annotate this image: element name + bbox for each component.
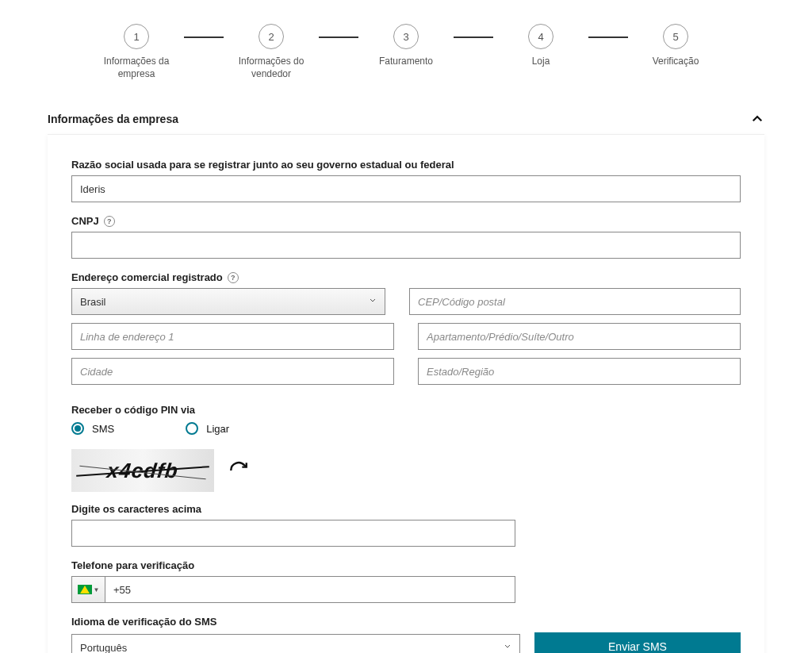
radio-icon <box>71 422 84 435</box>
step-label: Verificação <box>653 56 699 68</box>
field-captcha-input: Digite os caracteres acima <box>71 503 741 547</box>
cep-input[interactable] <box>409 288 741 315</box>
captcha-input[interactable] <box>71 520 515 547</box>
address-line1-input[interactable] <box>71 323 394 350</box>
step-label: Loja <box>532 56 550 68</box>
flag-brazil-icon <box>78 585 92 594</box>
company-form: Razão social usada para se registrar jun… <box>48 134 764 653</box>
chevron-up-icon <box>750 112 764 126</box>
radio-ligar-label: Ligar <box>206 423 229 435</box>
field-razao-social: Razão social usada para se registrar jun… <box>71 159 741 202</box>
radio-ligar[interactable]: Ligar <box>186 422 229 435</box>
field-sms-language: Idioma de verificação do SMS Português E… <box>71 616 741 653</box>
step-label: Faturamento <box>379 56 433 68</box>
pin-label: Receber o código PIN via <box>71 404 741 416</box>
step-1[interactable]: 1 Informações da empresa <box>89 24 184 80</box>
city-input[interactable] <box>71 358 394 385</box>
help-icon[interactable]: ? <box>228 272 239 283</box>
field-cnpj: CNPJ ? <box>71 215 741 259</box>
step-circle: 5 <box>663 24 688 49</box>
step-divider <box>319 36 358 38</box>
razao-input[interactable] <box>71 175 741 202</box>
refresh-icon[interactable] <box>228 460 249 481</box>
step-circle: 1 <box>124 24 149 49</box>
country-select[interactable]: Brasil <box>71 288 385 315</box>
step-label: Informações do vendedor <box>232 56 311 80</box>
step-3[interactable]: 3 Faturamento <box>358 24 454 68</box>
endereco-label: Endereço comercial registrado <box>71 271 223 283</box>
phone-input[interactable] <box>105 576 515 603</box>
progress-steps: 1 Informações da empresa 2 Informações d… <box>32 24 780 80</box>
section-title: Informações da empresa <box>48 113 178 125</box>
help-icon[interactable]: ? <box>104 216 115 227</box>
state-input[interactable] <box>418 358 741 385</box>
captcha-input-label: Digite os caracteres acima <box>71 503 741 515</box>
step-divider <box>454 36 493 38</box>
cnpj-label: CNPJ <box>71 215 99 227</box>
razao-label: Razão social usada para se registrar jun… <box>71 159 741 171</box>
radio-sms-label: SMS <box>92 423 114 435</box>
sms-lang-label: Idioma de verificação do SMS <box>71 616 741 628</box>
phone-label: Telefone para verificação <box>71 559 741 571</box>
sms-lang-select[interactable]: Português <box>71 634 520 653</box>
step-divider <box>184 36 224 38</box>
step-5[interactable]: 5 Verificação <box>628 24 723 68</box>
radio-sms[interactable]: SMS <box>71 422 114 435</box>
field-endereco: Endereço comercial registrado ? Brasil <box>71 271 741 385</box>
step-4[interactable]: 4 Loja <box>493 24 588 68</box>
step-circle: 4 <box>528 24 553 49</box>
step-circle: 2 <box>259 24 284 49</box>
step-label: Informações da empresa <box>97 56 176 80</box>
send-sms-button[interactable]: Enviar SMS <box>534 632 741 653</box>
chevron-down-icon: ▼ <box>94 586 100 593</box>
captcha-image: x4cdfb <box>71 449 214 492</box>
captcha-row: x4cdfb <box>71 449 515 492</box>
country-code-selector[interactable]: ▼ <box>71 576 105 603</box>
step-circle: 3 <box>393 24 419 49</box>
pin-section: Receber o código PIN via SMS Ligar x4cdf… <box>71 404 741 653</box>
field-phone: Telefone para verificação ▼ <box>71 559 741 603</box>
section-header[interactable]: Informações da empresa <box>48 112 764 126</box>
country-select-wrap[interactable]: Brasil <box>71 288 385 315</box>
step-divider <box>588 36 628 38</box>
apartment-input[interactable] <box>418 323 741 350</box>
sms-lang-select-wrap[interactable]: Português <box>71 634 520 653</box>
step-2[interactable]: 2 Informações do vendedor <box>224 24 319 80</box>
radio-icon <box>186 422 198 435</box>
cnpj-input[interactable] <box>71 232 741 259</box>
